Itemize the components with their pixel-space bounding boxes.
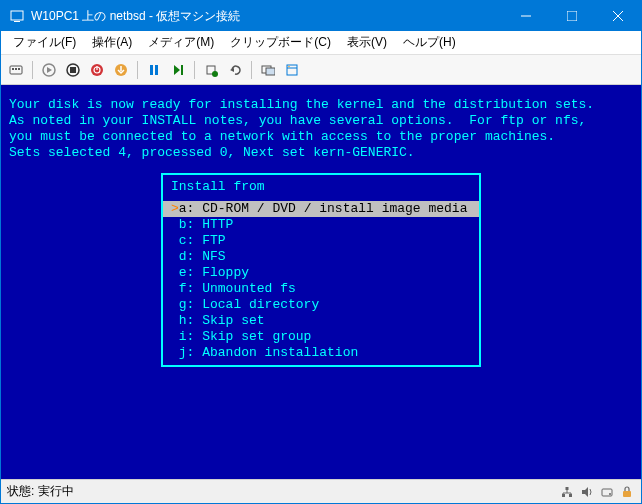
svg-rect-20 bbox=[155, 65, 158, 75]
status-icons bbox=[559, 484, 635, 500]
menu-view[interactable]: 表示(V) bbox=[339, 32, 395, 53]
svg-rect-22 bbox=[181, 65, 183, 75]
terminal-line: Your disk is now ready for installing th… bbox=[9, 97, 633, 113]
separator bbox=[137, 61, 138, 79]
shutdown-button[interactable] bbox=[86, 59, 108, 81]
revert-button[interactable] bbox=[224, 59, 246, 81]
network-icon bbox=[559, 484, 575, 500]
minimize-button[interactable] bbox=[503, 1, 549, 31]
separator bbox=[194, 61, 195, 79]
svg-rect-0 bbox=[11, 11, 23, 20]
svg-rect-9 bbox=[18, 68, 20, 70]
toolbar bbox=[1, 55, 641, 85]
enhanced-session-button[interactable] bbox=[257, 59, 279, 81]
menu-item-d[interactable]: d: NFS bbox=[163, 249, 479, 265]
install-menu: Install from >a: CD-ROM / DVD / install … bbox=[161, 173, 481, 367]
separator bbox=[251, 61, 252, 79]
svg-rect-31 bbox=[562, 494, 565, 497]
start-button[interactable] bbox=[38, 59, 60, 81]
save-button[interactable] bbox=[110, 59, 132, 81]
menu-file[interactable]: ファイル(F) bbox=[5, 32, 84, 53]
menu-title: Install from bbox=[163, 179, 479, 201]
window-title: W10PC1 上の netbsd - 仮想マシン接続 bbox=[31, 8, 503, 25]
svg-marker-11 bbox=[47, 67, 52, 73]
menu-clipboard[interactable]: クリップボード(C) bbox=[222, 32, 339, 53]
svg-marker-21 bbox=[174, 65, 180, 75]
turnoff-button[interactable] bbox=[62, 59, 84, 81]
svg-rect-8 bbox=[15, 68, 17, 70]
menu-item-f[interactable]: f: Unmounted fs bbox=[163, 281, 479, 297]
statusbar: 状態: 実行中 bbox=[1, 479, 641, 503]
terminal-line: As noted in your INSTALL notes, you have… bbox=[9, 113, 633, 129]
speaker-icon bbox=[579, 484, 595, 500]
close-button[interactable] bbox=[595, 1, 641, 31]
share-button[interactable] bbox=[281, 59, 303, 81]
svg-rect-3 bbox=[567, 11, 577, 21]
menu-item-j[interactable]: j: Abandon installation bbox=[163, 345, 479, 361]
menu-item-i[interactable]: i: Skip set group bbox=[163, 329, 479, 345]
reset-button[interactable] bbox=[167, 59, 189, 81]
svg-rect-13 bbox=[70, 67, 76, 73]
svg-rect-19 bbox=[150, 65, 153, 75]
terminal[interactable]: Your disk is now ready for installing th… bbox=[1, 85, 641, 479]
drive-icon bbox=[599, 484, 615, 500]
ctrl-alt-del-button[interactable] bbox=[5, 59, 27, 81]
svg-rect-39 bbox=[602, 489, 612, 496]
menu-item-h[interactable]: h: Skip set bbox=[163, 313, 479, 329]
terminal-line: Sets selected 4, processed 0, Next set k… bbox=[9, 145, 633, 161]
vm-icon bbox=[9, 8, 25, 24]
svg-rect-32 bbox=[569, 494, 572, 497]
svg-point-30 bbox=[288, 65, 290, 67]
menu-item-b[interactable]: b: HTTP bbox=[163, 217, 479, 233]
svg-marker-38 bbox=[582, 487, 588, 497]
svg-rect-41 bbox=[623, 491, 631, 497]
titlebar: W10PC1 上の netbsd - 仮想マシン接続 bbox=[1, 1, 641, 31]
svg-point-40 bbox=[609, 493, 611, 495]
svg-rect-7 bbox=[12, 68, 14, 70]
menu-media[interactable]: メディア(M) bbox=[140, 32, 222, 53]
status-text: 状態: 実行中 bbox=[7, 483, 559, 500]
separator bbox=[32, 61, 33, 79]
menu-help[interactable]: ヘルプ(H) bbox=[395, 32, 464, 53]
svg-rect-27 bbox=[266, 68, 275, 75]
menu-action[interactable]: 操作(A) bbox=[84, 32, 140, 53]
menu-item-a[interactable]: >a: CD-ROM / DVD / install image media bbox=[163, 201, 479, 217]
checkpoint-button[interactable] bbox=[200, 59, 222, 81]
terminal-line: you must be connected to a network with … bbox=[9, 129, 633, 145]
svg-rect-33 bbox=[566, 487, 569, 490]
svg-point-24 bbox=[212, 71, 218, 77]
svg-rect-1 bbox=[14, 21, 20, 22]
menu-item-g[interactable]: g: Local directory bbox=[163, 297, 479, 313]
menu-item-e[interactable]: e: Floppy bbox=[163, 265, 479, 281]
menubar: ファイル(F) 操作(A) メディア(M) クリップボード(C) 表示(V) ヘ… bbox=[1, 31, 641, 55]
window-controls bbox=[503, 1, 641, 31]
vm-window: W10PC1 上の netbsd - 仮想マシン接続 ファイル(F) 操作(A)… bbox=[0, 0, 642, 504]
maximize-button[interactable] bbox=[549, 1, 595, 31]
lock-icon bbox=[619, 484, 635, 500]
pause-button[interactable] bbox=[143, 59, 165, 81]
menu-item-c[interactable]: c: FTP bbox=[163, 233, 479, 249]
